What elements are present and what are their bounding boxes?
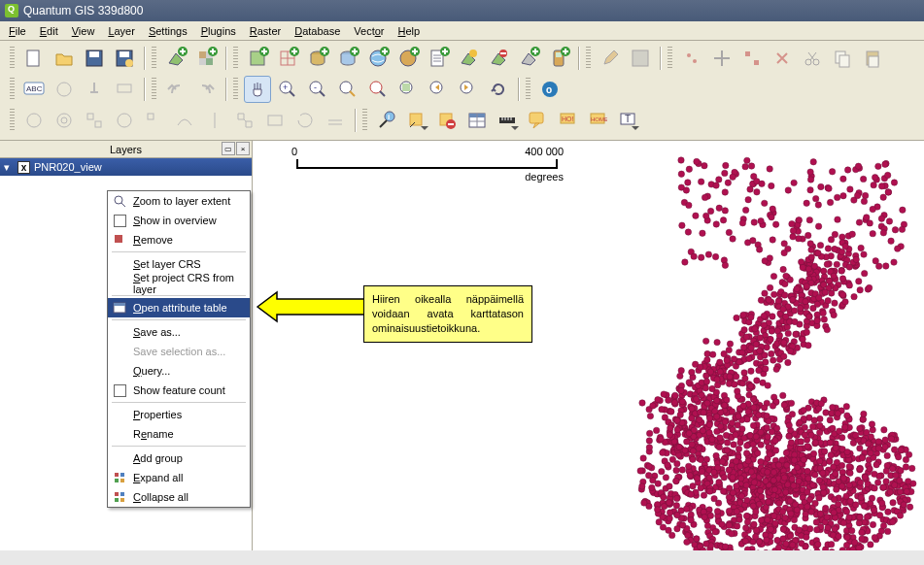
menu-raster[interactable]: Raster (243, 23, 288, 39)
label-pin-button[interactable] (81, 76, 108, 103)
map-canvas[interactable]: 0 400 000 degrees (253, 141, 924, 550)
close-panel-button[interactable]: × (236, 142, 250, 155)
grip-icon[interactable] (586, 47, 591, 70)
undo-button[interactable] (162, 76, 189, 103)
open-project-button[interactable] (51, 45, 78, 72)
redo-button[interactable] (192, 76, 220, 103)
add-raster-button[interactable] (192, 45, 220, 72)
copy-button[interactable] (829, 45, 856, 72)
grip-icon[interactable] (10, 78, 15, 101)
grip-icon[interactable] (233, 47, 238, 70)
menu-edit[interactable]: Edit (33, 23, 65, 39)
grip-icon[interactable] (667, 47, 672, 70)
bookmark-new-button[interactable]: HO! (554, 107, 581, 134)
menu-database[interactable]: Database (288, 23, 347, 39)
osm-button[interactable]: o (536, 76, 564, 103)
label-move-button[interactable] (111, 76, 138, 103)
new-shapefile-button[interactable] (515, 45, 542, 72)
merge-button[interactable] (231, 107, 258, 134)
zoom-last-button[interactable] (425, 76, 452, 103)
cm-show-overview[interactable]: Show in overview (108, 211, 250, 230)
simplify-button[interactable] (20, 107, 48, 134)
measure-button[interactable] (494, 107, 521, 134)
pan-button[interactable] (244, 76, 271, 103)
grip-icon[interactable] (152, 47, 156, 70)
cm-zoom-extent[interactable]: Zoom to layer extent (108, 191, 250, 211)
add-csv-button[interactable] (425, 45, 452, 72)
select-button[interactable] (403, 107, 430, 134)
cm-set-project-crs[interactable]: Set project CRS from layer (108, 274, 250, 293)
cm-properties[interactable]: Properties (108, 405, 250, 424)
add-raster-layer-button[interactable] (244, 45, 271, 72)
delete-button[interactable] (769, 45, 796, 72)
add-wms-button[interactable] (364, 45, 392, 72)
grip-icon[interactable] (362, 109, 367, 132)
add-vector-button[interactable] (162, 45, 189, 72)
delete-ring-button[interactable] (111, 107, 138, 134)
bookmarks-button[interactable]: HOME (584, 107, 611, 134)
add-grid-button[interactable] (274, 45, 301, 72)
refresh-button[interactable] (485, 76, 512, 103)
menu-file[interactable]: File (2, 23, 33, 39)
add-wfs-button[interactable] (394, 45, 422, 72)
split-button[interactable] (201, 107, 228, 134)
cut-button[interactable] (799, 45, 826, 72)
layer-item[interactable]: ▾ x PNR020_view (0, 158, 252, 176)
offset-button[interactable] (322, 107, 349, 134)
zoom-full-button[interactable] (334, 76, 361, 103)
zoom-selection-button[interactable] (364, 76, 392, 103)
zoom-next-button[interactable] (455, 76, 482, 103)
cm-open-attribute-table[interactable]: Open attribute table (108, 298, 250, 317)
cm-query[interactable]: Query... (108, 361, 250, 381)
deselect-button[interactable] (433, 107, 461, 134)
add-point-button[interactable] (678, 45, 705, 72)
identify-button[interactable]: i (373, 107, 400, 134)
grip-icon[interactable] (10, 109, 15, 132)
menu-settings[interactable]: Settings (142, 23, 194, 39)
cm-set-layer-crs[interactable]: Set layer CRS (108, 254, 250, 274)
zoom-out-button[interactable]: - (304, 76, 331, 103)
map-tips-button[interactable] (524, 107, 551, 134)
add-gps-button[interactable] (545, 45, 572, 72)
menu-layer[interactable]: Layer (101, 23, 142, 39)
cm-add-group[interactable]: Add group (108, 449, 250, 468)
cm-rename[interactable]: Rename (108, 424, 250, 444)
paste-button[interactable] (859, 45, 886, 72)
menu-view[interactable]: View (65, 23, 102, 39)
add-part-button[interactable] (81, 107, 108, 134)
node-tool-button[interactable] (738, 45, 766, 72)
layer-checkbox[interactable]: x (17, 161, 30, 174)
cm-collapse-all[interactable]: Collapse all (108, 487, 250, 507)
cm-show-feature-count[interactable]: Show feature count (108, 381, 250, 400)
save-edits-button[interactable] (627, 45, 654, 72)
zoom-layer-button[interactable] (394, 76, 422, 103)
attribute-table-button[interactable] (463, 107, 491, 134)
label-settings-button[interactable] (51, 76, 78, 103)
save-project-button[interactable] (81, 45, 108, 72)
move-feature-button[interactable] (708, 45, 736, 72)
grip-icon[interactable] (233, 78, 238, 101)
menu-vector[interactable]: Vector (347, 23, 391, 39)
cm-save-as[interactable]: Save as... (108, 322, 250, 342)
grip-icon[interactable] (152, 78, 156, 101)
dock-button[interactable]: ▭ (222, 142, 235, 155)
add-postgis-button[interactable] (304, 45, 331, 72)
new-project-button[interactable] (20, 45, 48, 72)
menu-help[interactable]: Help (392, 23, 428, 39)
remove-layer-button[interactable] (485, 45, 512, 72)
new-vector-button[interactable] (455, 45, 482, 72)
delete-part-button[interactable] (141, 107, 168, 134)
add-ring-button[interactable] (51, 107, 78, 134)
menu-plugins[interactable]: Plugins (194, 23, 243, 39)
edit-button[interactable] (597, 45, 624, 72)
text-annotation-button[interactable]: T (614, 107, 641, 134)
rotate-button[interactable] (291, 107, 319, 134)
label-button[interactable]: ABC (20, 76, 48, 103)
merge-attr-button[interactable] (261, 107, 289, 134)
save-as-button[interactable] (111, 45, 138, 72)
grip-icon[interactable] (10, 47, 15, 70)
cm-remove[interactable]: Remove (108, 230, 250, 249)
add-spatialite-button[interactable] (334, 45, 361, 72)
grip-icon[interactable] (526, 78, 530, 101)
reshape-button[interactable] (171, 107, 198, 134)
